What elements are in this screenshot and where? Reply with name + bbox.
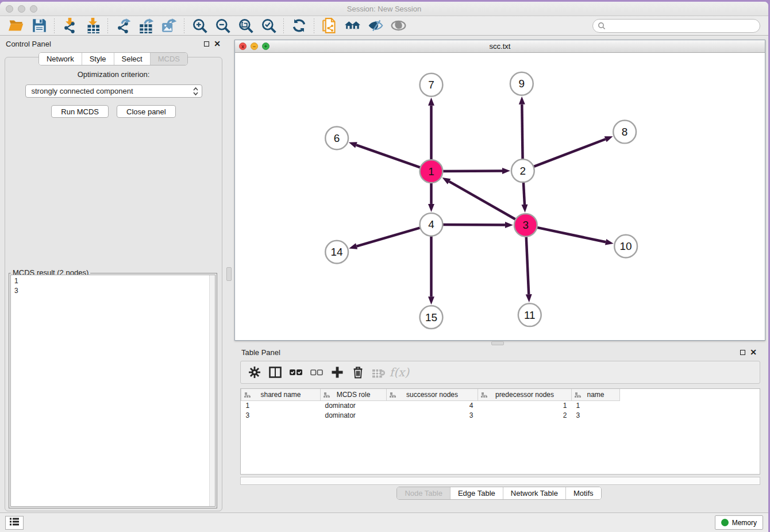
graph-edge[interactable]: [349, 142, 421, 167]
table-cell[interactable]: 1: [572, 400, 620, 410]
zoom-window-icon[interactable]: [30, 5, 37, 13]
toolbar-group: [111, 17, 180, 34]
edge-arrow-icon: [526, 294, 532, 302]
float-table-panel-icon[interactable]: [740, 350, 745, 355]
network-maximize-icon[interactable]: +: [262, 43, 270, 50]
graph-edge[interactable]: [442, 222, 513, 228]
graph-node[interactable]: 7: [420, 74, 443, 97]
import-network-button[interactable]: [58, 17, 81, 34]
graph-edge[interactable]: [428, 98, 434, 160]
save-icon: [32, 18, 47, 33]
graph-node[interactable]: 1: [420, 160, 443, 183]
column-header-MCDS-role[interactable]: MCDS role: [321, 389, 387, 400]
close-panel-button[interactable]: Close panel: [117, 105, 176, 118]
mcds-result-text[interactable]: 13: [10, 275, 215, 507]
select-all-button[interactable]: [286, 363, 306, 381]
close-table-panel-icon[interactable]: ✕: [750, 349, 757, 355]
new-network-button[interactable]: [318, 17, 341, 34]
export-network-button[interactable]: [111, 17, 134, 34]
tab-mcds[interactable]: MCDS: [151, 53, 187, 65]
graph-node[interactable]: 3: [514, 214, 537, 237]
zoom-fit-button[interactable]: [234, 17, 257, 34]
run-mcds-button[interactable]: Run MCDS: [51, 105, 109, 118]
table-cell[interactable]: 1: [478, 400, 572, 410]
graph-edge[interactable]: [537, 228, 613, 245]
table-cell[interactable]: dominator: [321, 410, 387, 420]
network-close-icon[interactable]: x: [239, 43, 247, 50]
column-view-button[interactable]: [265, 363, 286, 381]
close-panel-icon[interactable]: ✕: [214, 41, 221, 47]
zoom-out-button[interactable]: [211, 17, 234, 34]
network-minimize-icon[interactable]: −: [251, 43, 258, 50]
graph-node[interactable]: 15: [420, 306, 443, 329]
graph-edge[interactable]: [526, 237, 532, 303]
graph-edge[interactable]: [428, 183, 434, 212]
main-titlebar: Session: New Session: [0, 2, 768, 16]
export-image-button[interactable]: [157, 17, 180, 34]
memory-button[interactable]: Memory: [715, 515, 763, 530]
table-cell[interactable]: 4: [387, 400, 478, 410]
graph-node[interactable]: 9: [510, 72, 533, 95]
column-header-shared-name[interactable]: shared name: [241, 389, 321, 400]
hide-details-button[interactable]: [364, 17, 387, 34]
graph-edge[interactable]: [442, 168, 510, 174]
welcome-screen-button[interactable]: [341, 17, 364, 34]
zoom-selected-button[interactable]: [257, 17, 280, 34]
graph-node[interactable]: 11: [518, 303, 541, 326]
column-header-successor-nodes[interactable]: successor nodes: [387, 389, 478, 400]
table-cell[interactable]: 3: [387, 410, 478, 420]
zoom-in-button[interactable]: [188, 17, 211, 34]
network-titlebar[interactable]: x − + scc.txt: [235, 40, 765, 53]
tab-select[interactable]: Select: [114, 53, 151, 65]
graph-node[interactable]: 14: [325, 241, 348, 264]
column-header-predecessor-nodes[interactable]: predecessor nodes: [478, 389, 572, 400]
graph-edge[interactable]: [519, 97, 525, 160]
column-header-name[interactable]: name: [572, 389, 620, 400]
table-row[interactable]: 3dominator323: [241, 410, 620, 420]
graph-node[interactable]: 4: [420, 213, 443, 236]
float-panel-icon[interactable]: [204, 41, 209, 47]
table-tab-network-table[interactable]: Network Table: [503, 487, 566, 499]
gear-button[interactable]: [244, 363, 265, 381]
save-session-button[interactable]: [28, 17, 51, 34]
graph-node[interactable]: 2: [511, 159, 534, 182]
minimize-window-icon[interactable]: [18, 5, 25, 13]
table-tab-edge-table[interactable]: Edge Table: [451, 487, 503, 499]
close-window-icon[interactable]: [6, 5, 13, 13]
trash-button[interactable]: [348, 363, 368, 381]
criterion-select[interactable]: strongly connected component: [25, 84, 202, 98]
vertical-divider-handle[interactable]: [226, 267, 232, 281]
table-row[interactable]: 1dominator411: [241, 400, 620, 410]
task-history-button[interactable]: [5, 516, 24, 530]
birds-eye-button[interactable]: [387, 17, 410, 34]
table-cell[interactable]: 2: [478, 410, 572, 420]
tab-style[interactable]: Style: [82, 53, 114, 65]
graph-node[interactable]: 6: [325, 126, 348, 149]
deselect-all-button[interactable]: [306, 363, 327, 381]
table-cell[interactable]: 1: [241, 400, 321, 410]
table-hscrollbar[interactable]: [240, 477, 760, 485]
network-canvas[interactable]: 7968124314101511: [235, 53, 765, 340]
table-tab-motifs[interactable]: Motifs: [566, 487, 601, 499]
node-label: 14: [331, 246, 343, 258]
refresh-button[interactable]: [287, 17, 310, 34]
open-session-button[interactable]: [5, 17, 28, 34]
graph-edge[interactable]: [428, 236, 434, 305]
table-cell[interactable]: dominator: [321, 400, 387, 410]
import-table-button[interactable]: [81, 17, 104, 34]
graph-node[interactable]: 8: [613, 121, 636, 144]
table-cell[interactable]: 3: [572, 410, 620, 420]
add-row-button[interactable]: [327, 363, 348, 381]
export-table-button[interactable]: [134, 17, 157, 34]
result-scrollbar[interactable]: [209, 275, 215, 506]
table-cell[interactable]: 3: [241, 410, 321, 420]
graph-edge[interactable]: [442, 178, 516, 219]
graph-edge[interactable]: [533, 136, 613, 167]
memory-label: Memory: [732, 519, 757, 527]
search-input[interactable]: [592, 19, 760, 33]
graph-edge[interactable]: [521, 182, 528, 213]
graph-edge[interactable]: [349, 228, 420, 249]
tab-network[interactable]: Network: [39, 53, 82, 65]
graph-node[interactable]: 10: [614, 235, 637, 258]
table-tab-node-table[interactable]: Node Table: [397, 487, 451, 499]
